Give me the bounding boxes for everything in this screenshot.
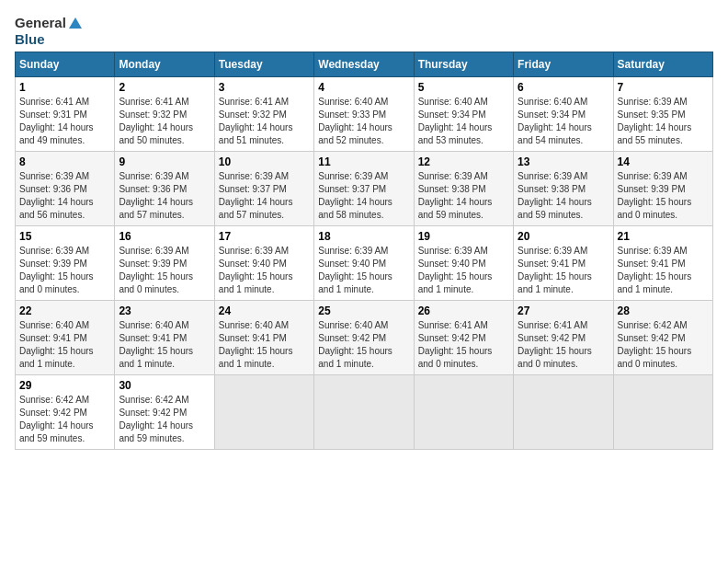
calendar-cell [613, 375, 712, 450]
day-info: Sunrise: 6:39 AMSunset: 9:40 PMDaylight:… [219, 246, 293, 294]
day-info: Sunrise: 6:40 AMSunset: 9:34 PMDaylight:… [418, 97, 493, 145]
day-info: Sunrise: 6:40 AMSunset: 9:41 PMDaylight:… [119, 320, 193, 369]
day-info: Sunrise: 6:39 AMSunset: 9:40 PMDaylight:… [318, 246, 392, 294]
day-info: Sunrise: 6:40 AMSunset: 9:41 PMDaylight:… [19, 320, 94, 369]
day-number: 14 [618, 155, 709, 168]
calendar-cell: 16 Sunrise: 6:39 AMSunset: 9:39 PMDaylig… [115, 226, 214, 301]
day-info: Sunrise: 6:42 AMSunset: 9:42 PMDaylight:… [618, 320, 692, 369]
calendar-cell: 18 Sunrise: 6:39 AMSunset: 9:40 PMDaylig… [314, 226, 414, 301]
day-number: 12 [418, 155, 509, 168]
day-number: 8 [19, 155, 110, 168]
day-info: Sunrise: 6:39 AMSunset: 9:40 PMDaylight:… [418, 246, 493, 294]
calendar-cell: 30 Sunrise: 6:42 AMSunset: 9:42 PMDaylig… [115, 375, 214, 450]
day-info: Sunrise: 6:40 AMSunset: 9:42 PMDaylight:… [318, 320, 392, 369]
calendar-cell: 5 Sunrise: 6:40 AMSunset: 9:34 PMDayligh… [414, 77, 513, 152]
day-info: Sunrise: 6:40 AMSunset: 9:33 PMDaylight:… [318, 97, 392, 145]
day-number: 5 [418, 81, 509, 94]
calendar-cell: 7 Sunrise: 6:39 AMSunset: 9:35 PMDayligh… [613, 77, 712, 152]
day-number: 30 [119, 379, 210, 392]
day-info: Sunrise: 6:41 AMSunset: 9:42 PMDaylight:… [518, 320, 592, 369]
calendar-week-row: 15 Sunrise: 6:39 AMSunset: 9:39 PMDaylig… [16, 226, 713, 301]
day-number: 13 [518, 155, 609, 168]
calendar-week-row: 8 Sunrise: 6:39 AMSunset: 9:36 PMDayligh… [16, 152, 713, 226]
calendar-cell: 8 Sunrise: 6:39 AMSunset: 9:36 PMDayligh… [16, 152, 115, 226]
calendar-cell: 20 Sunrise: 6:39 AMSunset: 9:41 PMDaylig… [514, 226, 613, 301]
calendar-cell: 21 Sunrise: 6:39 AMSunset: 9:41 PMDaylig… [613, 226, 712, 301]
day-number: 26 [418, 304, 509, 317]
day-info: Sunrise: 6:40 AMSunset: 9:41 PMDaylight:… [219, 320, 293, 369]
logo: General Blue [15, 15, 83, 48]
calendar-week-row: 22 Sunrise: 6:40 AMSunset: 9:41 PMDaylig… [16, 301, 713, 375]
day-number: 20 [518, 230, 609, 243]
day-number: 3 [219, 81, 310, 94]
calendar-cell: 14 Sunrise: 6:39 AMSunset: 9:39 PMDaylig… [613, 152, 712, 226]
day-info: Sunrise: 6:42 AMSunset: 9:42 PMDaylight:… [119, 395, 193, 443]
calendar-cell: 27 Sunrise: 6:41 AMSunset: 9:42 PMDaylig… [514, 301, 613, 375]
svg-marker-0 [69, 17, 82, 29]
day-number: 23 [119, 304, 210, 317]
calendar-cell: 24 Sunrise: 6:40 AMSunset: 9:41 PMDaylig… [214, 301, 313, 375]
day-info: Sunrise: 6:39 AMSunset: 9:39 PMDaylight:… [19, 246, 94, 294]
day-info: Sunrise: 6:39 AMSunset: 9:36 PMDaylight:… [19, 171, 94, 220]
day-number: 9 [119, 155, 210, 168]
calendar-cell: 6 Sunrise: 6:40 AMSunset: 9:34 PMDayligh… [514, 77, 613, 152]
col-header-monday: Monday [115, 52, 214, 77]
logo-blue: Blue [15, 31, 83, 48]
header: General Blue [15, 15, 713, 48]
day-info: Sunrise: 6:39 AMSunset: 9:39 PMDaylight:… [618, 171, 692, 220]
day-number: 22 [19, 304, 110, 317]
day-number: 21 [618, 230, 709, 243]
day-info: Sunrise: 6:40 AMSunset: 9:34 PMDaylight:… [518, 97, 592, 145]
day-number: 6 [518, 81, 609, 94]
calendar-cell: 23 Sunrise: 6:40 AMSunset: 9:41 PMDaylig… [115, 301, 214, 375]
day-number: 29 [19, 379, 110, 392]
calendar-cell: 1 Sunrise: 6:41 AMSunset: 9:31 PMDayligh… [16, 77, 115, 152]
calendar-cell [214, 375, 313, 450]
day-info: Sunrise: 6:39 AMSunset: 9:38 PMDaylight:… [518, 171, 592, 220]
day-info: Sunrise: 6:39 AMSunset: 9:39 PMDaylight:… [119, 246, 193, 294]
day-number: 16 [119, 230, 210, 243]
calendar-cell: 9 Sunrise: 6:39 AMSunset: 9:36 PMDayligh… [115, 152, 214, 226]
day-number: 11 [318, 155, 409, 168]
calendar-cell: 22 Sunrise: 6:40 AMSunset: 9:41 PMDaylig… [16, 301, 115, 375]
day-info: Sunrise: 6:39 AMSunset: 9:38 PMDaylight:… [418, 171, 493, 220]
logo-triangle-icon [68, 16, 83, 30]
day-number: 15 [19, 230, 110, 243]
day-info: Sunrise: 6:39 AMSunset: 9:41 PMDaylight:… [518, 246, 592, 294]
calendar-cell [314, 375, 414, 450]
calendar-cell: 11 Sunrise: 6:39 AMSunset: 9:37 PMDaylig… [314, 152, 414, 226]
day-number: 4 [318, 81, 409, 94]
day-number: 28 [618, 304, 709, 317]
calendar-cell: 12 Sunrise: 6:39 AMSunset: 9:38 PMDaylig… [414, 152, 513, 226]
day-number: 25 [318, 304, 409, 317]
calendar-cell: 10 Sunrise: 6:39 AMSunset: 9:37 PMDaylig… [214, 152, 313, 226]
day-number: 1 [19, 81, 110, 94]
calendar-cell: 13 Sunrise: 6:39 AMSunset: 9:38 PMDaylig… [514, 152, 613, 226]
day-number: 24 [219, 304, 310, 317]
col-header-friday: Friday [514, 52, 613, 77]
day-info: Sunrise: 6:39 AMSunset: 9:37 PMDaylight:… [219, 171, 293, 220]
col-header-sunday: Sunday [16, 52, 115, 77]
day-number: 19 [418, 230, 509, 243]
calendar-cell: 17 Sunrise: 6:39 AMSunset: 9:40 PMDaylig… [214, 226, 313, 301]
calendar-week-row: 29 Sunrise: 6:42 AMSunset: 9:42 PMDaylig… [16, 375, 713, 450]
calendar-cell: 2 Sunrise: 6:41 AMSunset: 9:32 PMDayligh… [115, 77, 214, 152]
calendar-cell: 26 Sunrise: 6:41 AMSunset: 9:42 PMDaylig… [414, 301, 513, 375]
logo-general: General [15, 15, 66, 31]
calendar-table: SundayMondayTuesdayWednesdayThursdayFrid… [15, 52, 713, 450]
day-number: 2 [119, 81, 210, 94]
calendar-cell: 25 Sunrise: 6:40 AMSunset: 9:42 PMDaylig… [314, 301, 414, 375]
calendar-cell: 3 Sunrise: 6:41 AMSunset: 9:32 PMDayligh… [214, 77, 313, 152]
day-info: Sunrise: 6:39 AMSunset: 9:37 PMDaylight:… [318, 171, 392, 220]
calendar-cell: 15 Sunrise: 6:39 AMSunset: 9:39 PMDaylig… [16, 226, 115, 301]
col-header-wednesday: Wednesday [314, 52, 414, 77]
calendar-cell [414, 375, 513, 450]
calendar-week-row: 1 Sunrise: 6:41 AMSunset: 9:31 PMDayligh… [16, 77, 713, 152]
day-info: Sunrise: 6:41 AMSunset: 9:31 PMDaylight:… [19, 97, 94, 145]
day-number: 18 [318, 230, 409, 243]
col-header-saturday: Saturday [613, 52, 712, 77]
calendar-cell: 29 Sunrise: 6:42 AMSunset: 9:42 PMDaylig… [16, 375, 115, 450]
day-info: Sunrise: 6:39 AMSunset: 9:35 PMDaylight:… [618, 97, 692, 145]
day-number: 17 [219, 230, 310, 243]
day-info: Sunrise: 6:41 AMSunset: 9:32 PMDaylight:… [119, 97, 193, 145]
